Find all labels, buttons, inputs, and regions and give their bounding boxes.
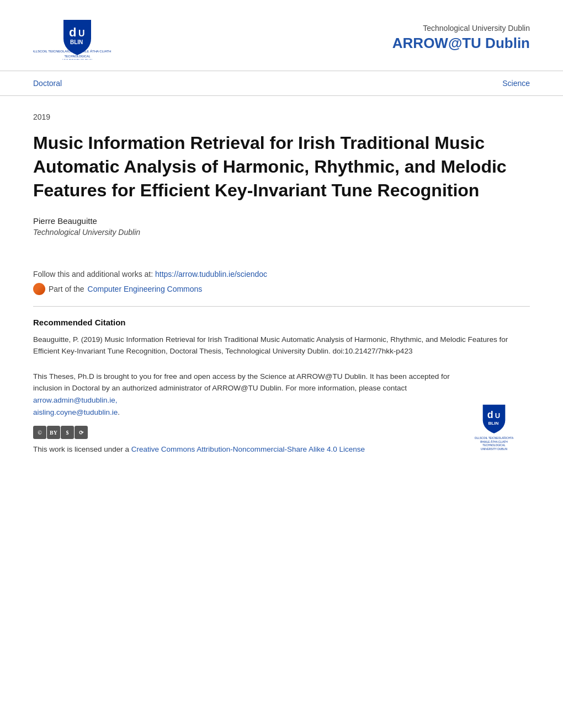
divider-1 (33, 306, 530, 307)
part-of-link[interactable]: Computer Engineering Commons (88, 285, 203, 293)
contact-link2[interactable]: aisling.coyne@tudublin.ie (33, 408, 118, 416)
cc-by-icon: BY (47, 426, 60, 439)
svg-text:BHAILE ÁTHA CLIATH: BHAILE ÁTHA CLIATH (77, 50, 111, 53)
cc-sa-icon: ⟳ (75, 426, 88, 439)
part-of-text: Part of the (49, 285, 84, 293)
author-name: Pierre Beauguitte (33, 216, 530, 226)
follow-label: Follow this and additional works at: (33, 270, 155, 279)
breadcrumb-bar: Doctoral Science (0, 71, 563, 96)
bepress-icon (33, 283, 45, 295)
citation-title: Recommended Citation (33, 318, 530, 327)
svg-text:U: U (495, 411, 500, 420)
follow-url-link[interactable]: https://arrow.tudublin.ie/sciendoc (155, 270, 267, 279)
cc-nc-icon: $ (61, 426, 74, 439)
contact-link1[interactable]: arrow.admin@tudublin.ie, (33, 396, 118, 404)
license-text: This work is licensed under a Creative C… (33, 443, 453, 456)
license-link[interactable]: Creative Commons Attribution-Noncommerci… (131, 445, 365, 453)
cc-icons-row: © BY $ ⟳ (33, 426, 88, 439)
page: d U BLIN OLLSCOIL TEICNEOLAÍOCHTA BHAILE… (0, 0, 563, 728)
footer-left: This Theses, Ph.D is brought to you for … (33, 371, 453, 456)
citation-section: Recommended Citation Beauguitte, P. (201… (33, 318, 530, 357)
citation-text: Beauguitte, P. (2019) Music Information … (33, 334, 530, 357)
svg-text:UNIVERSITY DUBLIN: UNIVERSITY DUBLIN (481, 448, 508, 451)
follow-section: Follow this and additional works at: htt… (33, 270, 530, 295)
document-title: Music Information Retrieval for Irish Tr… (33, 131, 530, 203)
follow-text: Follow this and additional works at: htt… (33, 270, 530, 279)
svg-text:BHAILE ÁTHA CLIATH: BHAILE ÁTHA CLIATH (480, 440, 508, 443)
svg-text:BLIN: BLIN (70, 39, 83, 45)
license-prefix: This work is licensed under a (33, 445, 131, 453)
svg-text:BLIN: BLIN (488, 420, 498, 425)
breadcrumb-doctoral[interactable]: Doctoral (33, 79, 62, 88)
header-right: Technological University Dublin ARROW@TU… (392, 24, 530, 52)
description-part1: This Theses, Ph.D is brought to you for … (33, 372, 450, 393)
breadcrumb-science[interactable]: Science (502, 79, 530, 88)
institution-name: Technological University Dublin (392, 24, 530, 33)
svg-text:OLLSCOIL TEICNEOLAÍOCHTA: OLLSCOIL TEICNEOLAÍOCHTA (33, 50, 79, 53)
main-content: 2019 Music Information Retrieval for Iri… (0, 96, 563, 478)
svg-text:UNIVERSITY DUBLIN: UNIVERSITY DUBLIN (62, 58, 93, 60)
part-of-line: Part of the Computer Engineering Commons (33, 283, 530, 295)
svg-text:OLLSCOIL TEICNEOLAÍOCHTA: OLLSCOIL TEICNEOLAÍOCHTA (475, 436, 514, 440)
svg-text:d: d (487, 409, 493, 420)
arrow-link[interactable]: ARROW@TU Dublin (392, 35, 530, 51)
publication-year: 2019 (33, 113, 530, 121)
footer-area: This Theses, Ph.D is brought to you for … (33, 371, 530, 456)
cc-icon: © (33, 426, 46, 439)
description-text: This Theses, Ph.D is brought to you for … (33, 371, 453, 418)
footer-right-logo: d U BLIN OLLSCOIL TEICNEOLAÍOCHTA BHAILE… (453, 398, 530, 456)
svg-text:U: U (78, 29, 85, 38)
svg-text:d: d (69, 25, 76, 39)
header: d U BLIN OLLSCOIL TEICNEOLAÍOCHTA BHAILE… (0, 0, 563, 71)
svg-text:TECHNOLOGICAL: TECHNOLOGICAL (482, 444, 506, 447)
description-end: . (118, 408, 120, 416)
university-logo: d U BLIN OLLSCOIL TEICNEOLAÍOCHTA BHAILE… (33, 15, 121, 60)
svg-text:TECHNOLOGICAL: TECHNOLOGICAL (64, 55, 90, 58)
author-affiliation: Technological University Dublin (33, 228, 530, 237)
